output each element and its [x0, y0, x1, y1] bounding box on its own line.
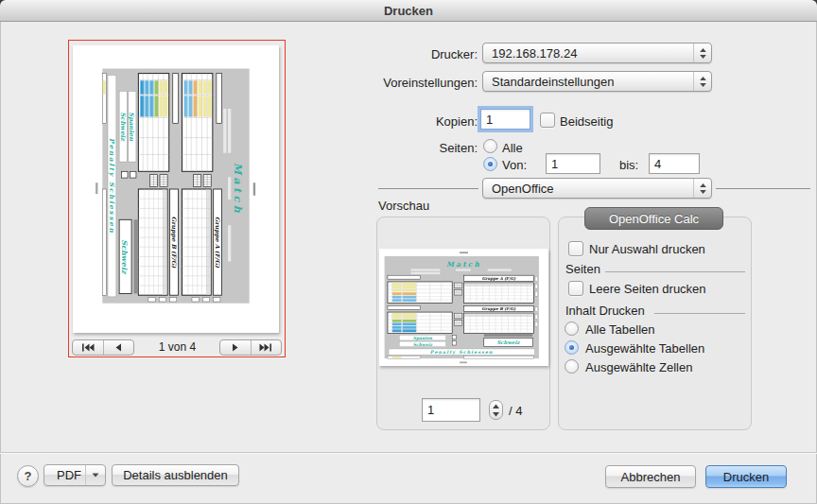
preview-page-value: 1 — [427, 403, 434, 417]
pages-section-label: Seiten — [565, 262, 600, 276]
copies-input[interactable]: 1 — [480, 109, 530, 130]
app-popup-divider-left — [378, 188, 478, 189]
document-page-thumbnail: Match Gruppe A (F/G) — [73, 45, 279, 333]
svg-text:Gruppe B (F/G): Gruppe B (F/G) — [481, 306, 516, 311]
thumbnail-selection-box: Match Gruppe A (F/G) — [68, 40, 286, 357]
pages-section-divider — [605, 271, 745, 272]
copies-label: Kopien: — [436, 114, 478, 129]
pages-all-label[interactable]: Alle — [502, 141, 523, 155]
svg-text:Match: Match — [232, 163, 244, 216]
print-empty-pages-checkbox[interactable] — [568, 281, 583, 296]
two-sided-label[interactable]: Beidseitig — [560, 114, 613, 129]
help-icon: ? — [25, 469, 32, 483]
thumbnail-nav-back-group — [72, 339, 134, 356]
selected-sheets-radio[interactable] — [565, 340, 579, 355]
app-section-popup[interactable]: OpenOffice — [482, 178, 712, 199]
svg-text:Schweiz: Schweiz — [413, 342, 433, 347]
print-selection-only-label[interactable]: Nur Auswahl drucken — [589, 242, 705, 256]
pages-range-radio[interactable] — [483, 157, 497, 171]
chevron-up-down-icon — [693, 72, 711, 91]
calc-panel-title: OpenOffice Calc — [609, 212, 699, 226]
printer-popup[interactable]: 192.168.178.24 — [482, 43, 712, 63]
previous-page-icon — [113, 343, 123, 352]
pdf-button-label: PDF — [57, 468, 81, 482]
svg-text:Schweiz: Schweiz — [120, 239, 129, 275]
hide-details-button[interactable]: Details ausblenden — [112, 464, 239, 486]
app-section-value: OpenOffice — [492, 182, 554, 196]
pages-from-label[interactable]: Von: — [502, 158, 527, 172]
preview-page-input[interactable]: 1 — [422, 398, 480, 422]
selected-cells-label[interactable]: Ausgewählte Zellen — [585, 360, 692, 374]
selected-sheets-label[interactable]: Ausgewählte Tabellen — [585, 341, 704, 356]
hide-details-label: Details ausblenden — [123, 468, 228, 482]
all-sheets-radio[interactable] — [565, 322, 579, 336]
cancel-button[interactable]: Abbrechen — [605, 465, 696, 488]
preview-panel: Match Gruppe A (F/G) — [376, 217, 550, 430]
last-page-icon — [259, 343, 272, 352]
app-popup-divider-right — [716, 188, 810, 189]
print-button[interactable]: Drucken — [705, 465, 787, 488]
print-button-label: Drucken — [723, 470, 769, 484]
svg-text:Spanien: Spanien — [129, 112, 136, 141]
dialog-title: Drucken — [384, 4, 433, 18]
help-button[interactable]: ? — [17, 465, 39, 487]
print-dialog: Drucken Match Gruppe A (F/G) — [0, 0, 817, 504]
window-titlebar: Drucken — [0, 0, 817, 22]
next-page-icon — [231, 343, 240, 352]
content-section-divider — [654, 313, 745, 314]
pages-to-label: bis: — [619, 158, 638, 172]
thumbnail-page-indicator: 1 von 4 — [137, 340, 217, 354]
last-page-button[interactable] — [251, 340, 282, 355]
chevron-up-down-icon — [693, 43, 711, 62]
first-page-icon — [81, 343, 95, 352]
selected-cells-radio[interactable] — [565, 359, 579, 374]
next-page-button[interactable] — [220, 340, 251, 355]
footer-divider — [0, 452, 817, 453]
first-page-button[interactable] — [73, 340, 103, 355]
svg-text:Gruppe B (F/G): Gruppe B (F/G) — [170, 217, 178, 269]
pages-to-input[interactable]: 4 — [649, 153, 700, 174]
preview-page-total: / 4 — [509, 404, 522, 418]
svg-text:Gruppe A (F/G): Gruppe A (F/G) — [214, 217, 221, 269]
svg-text:Schweiz: Schweiz — [119, 112, 127, 142]
pdf-menu-button[interactable]: PDF — [43, 464, 106, 486]
sheet-graphic: Match Gruppe A (F/G) — [379, 249, 548, 366]
pages-all-radio[interactable] — [483, 139, 497, 153]
copies-value: 1 — [486, 113, 493, 127]
svg-text:Penalty Schiessen: Penalty Schiessen — [108, 138, 116, 235]
svg-text:Spanien: Spanien — [413, 336, 433, 340]
presets-label: Voreinstellungen: — [383, 76, 478, 90]
printer-value: 192.168.178.24 — [492, 46, 577, 61]
all-sheets-label[interactable]: Alle Tabellen — [585, 322, 654, 337]
cancel-button-label: Abbrechen — [621, 470, 681, 484]
pages-from-input[interactable]: 1 — [546, 153, 600, 174]
printer-label: Drucker: — [431, 47, 478, 61]
dropdown-arrow-icon — [85, 465, 105, 485]
content-section-label: Inhalt Drucken — [565, 304, 645, 318]
two-sided-checkbox[interactable] — [540, 113, 555, 128]
stepper-arrows-icon — [492, 404, 500, 417]
preview-panel-label: Vorschau — [378, 199, 429, 213]
sheet-graphic: Match Gruppe A (F/G) — [92, 61, 260, 318]
thumbnail-nav-forward-group — [219, 339, 282, 356]
svg-text:Match: Match — [446, 260, 481, 269]
rotated-sheet: Match Gruppe A (F/G) — [92, 61, 260, 318]
pages-from-value: 1 — [551, 157, 558, 171]
chevron-up-down-icon — [693, 179, 711, 198]
pages-label: Seiten: — [440, 141, 478, 155]
svg-text:Gruppe A (F/G): Gruppe A (F/G) — [482, 276, 517, 281]
svg-text:Schweiz: Schweiz — [497, 339, 521, 345]
preview-page-stepper[interactable] — [489, 400, 503, 420]
presets-value: Standardeinstellungen — [492, 75, 614, 89]
previous-page-button[interactable] — [103, 340, 134, 355]
print-selection-only-checkbox[interactable] — [568, 241, 583, 256]
pages-to-value: 4 — [654, 157, 661, 171]
print-empty-pages-label[interactable]: Leere Seiten drucken — [589, 282, 706, 296]
calc-panel-tab: OpenOffice Calc — [584, 207, 723, 230]
presets-popup[interactable]: Standardeinstellungen — [482, 71, 712, 92]
preview-page: Match Gruppe A (F/G) — [379, 249, 548, 366]
